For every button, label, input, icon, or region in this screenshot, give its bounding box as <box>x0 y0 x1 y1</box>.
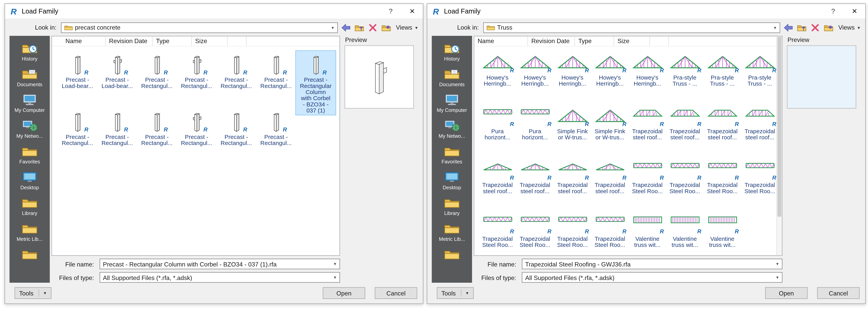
file-item[interactable]: RPura horizont... <box>479 106 516 142</box>
close-button[interactable]: ✕ <box>852 7 858 15</box>
up-one-level-button[interactable] <box>797 23 807 32</box>
file-item[interactable]: RTrapezoidal Steel Roo... <box>516 214 554 249</box>
title-bar[interactable]: R Load Family ? ✕ <box>427 4 865 19</box>
file-item[interactable]: RTrapezoidal Steel Roo... <box>666 160 704 195</box>
file-item[interactable]: RPra-style Truss - ... <box>704 52 741 88</box>
chevron-down-icon[interactable]: ▼ <box>328 26 337 29</box>
sidebar-item-my-computer[interactable]: My Computer <box>9 91 50 116</box>
help-button[interactable]: ? <box>831 7 835 15</box>
column-header-revision-date[interactable]: Revision Date <box>528 36 575 46</box>
sidebar-item-desktop[interactable]: Desktop <box>9 168 50 194</box>
sidebar-item-my-netwo[interactable]: My Netwo... <box>432 116 472 142</box>
file-item[interactable]: RPrecast - Rectangul... <box>256 108 296 147</box>
delete-button[interactable] <box>810 23 820 32</box>
file-item[interactable]: RValentine truss wit... <box>628 214 666 249</box>
column-header-revision-date[interactable]: Revision Date <box>106 36 153 46</box>
open-button[interactable]: Open <box>765 287 807 299</box>
file-item[interactable]: RHowey's Herringb... <box>591 52 628 88</box>
file-name-combobox[interactable]: Trapezoidal Steel Roofing - GWJ36.rfa ▼ <box>522 259 782 269</box>
file-item[interactable]: RValentine truss wit... <box>704 214 741 249</box>
sidebar-item-desktop[interactable]: Desktop <box>432 168 472 194</box>
up-one-level-button[interactable] <box>354 23 364 32</box>
sidebar-item-folder[interactable] <box>9 245 50 265</box>
back-button[interactable] <box>341 23 351 32</box>
file-item[interactable]: RTrapezoidal steel roof... <box>554 160 591 195</box>
file-item[interactable]: RTrapezoidal steel roof... <box>666 106 704 142</box>
file-item[interactable]: RPrecast - Rectangul... <box>217 51 256 90</box>
scrollbar-thumb[interactable] <box>777 37 781 217</box>
file-item[interactable]: RTrapezoidal steel roof... <box>516 160 554 195</box>
sidebar-item-favorites[interactable]: Favorites <box>432 142 472 168</box>
chevron-down-icon[interactable]: ▼ <box>773 276 782 279</box>
sidebar-item-my-netwo[interactable]: My Netwo... <box>9 116 50 142</box>
file-item[interactable]: RTrapezoidal steel roof... <box>591 160 628 195</box>
column-header-type[interactable]: Type <box>575 36 614 46</box>
sidebar-item-my-computer[interactable]: My Computer <box>432 91 472 116</box>
files-of-type-combobox[interactable]: All Supported Files (*.rfa, *.adsk) ▼ <box>100 272 340 283</box>
help-button[interactable]: ? <box>389 7 393 15</box>
sidebar-item-favorites[interactable]: Favorites <box>9 142 50 168</box>
file-item[interactable]: RPrecast - Rectangul... <box>177 51 217 90</box>
file-item-selected[interactable]: RPrecast - Rectangular Column with Corbe… <box>296 51 336 115</box>
tools-button[interactable]: Tools ▼ <box>14 287 52 299</box>
file-item[interactable]: RValentine truss wit... <box>666 214 704 249</box>
sidebar-item-documents[interactable]: Documents <box>432 65 472 90</box>
column-header-name[interactable]: Name <box>52 36 106 46</box>
sidebar-item-folder[interactable] <box>432 245 472 265</box>
file-item[interactable]: RPrecast - Rectangul... <box>137 51 177 90</box>
file-item[interactable]: RTrapezoidal steel roof... <box>741 106 778 142</box>
column-header-name[interactable]: Name <box>474 36 528 46</box>
sidebar-item-metric-lib[interactable]: Metric Lib... <box>432 220 472 245</box>
file-item[interactable]: RSimple Fink or W-trus... <box>554 106 591 142</box>
file-item[interactable]: RTrapezoidal Steel Roo... <box>704 160 741 195</box>
file-item[interactable]: RPrecast - Rectangul... <box>97 108 137 147</box>
views-dropdown[interactable]: Views ▼ <box>395 24 418 31</box>
file-item[interactable]: RHowey's Herringb... <box>628 52 666 88</box>
sidebar-item-history[interactable]: History <box>432 39 472 65</box>
sidebar-item-library[interactable]: Library <box>9 194 50 220</box>
column-header-size[interactable]: Size <box>614 36 650 46</box>
new-folder-button[interactable] <box>824 23 833 32</box>
chevron-down-icon[interactable]: ▼ <box>773 262 782 266</box>
file-item[interactable]: RTrapezoidal Steel Roo... <box>628 160 666 195</box>
file-item[interactable]: RTrapezoidal steel roof... <box>704 106 741 142</box>
file-item[interactable]: RTrapezoidal steel roof... <box>628 106 666 142</box>
file-item[interactable]: RTrapezoidal steel roof... <box>479 160 516 195</box>
open-button[interactable]: Open <box>322 287 365 299</box>
vertical-scrollbar[interactable] <box>776 36 782 255</box>
back-button[interactable] <box>783 23 793 32</box>
file-item[interactable]: RPrecast - Load-bear... <box>97 51 137 90</box>
views-dropdown[interactable]: Views ▼ <box>837 24 861 31</box>
file-item[interactable]: RPrecast - Load-bear... <box>58 51 97 90</box>
file-item[interactable]: RPrecast - Rectangul... <box>137 108 177 147</box>
file-name-combobox[interactable]: Precast - Rectangular Column with Corbel… <box>100 259 340 269</box>
file-item[interactable]: RSimple Fink or W-trus... <box>591 106 628 142</box>
file-item[interactable]: RPura horizont... <box>516 106 554 142</box>
look-in-combobox[interactable]: precast concrete ▼ <box>61 22 338 33</box>
file-item[interactable]: RPrecast - Rectangul... <box>58 108 97 147</box>
file-item[interactable]: RTrapezoidal Steel Roo... <box>554 214 591 249</box>
tools-button[interactable]: Tools ▼ <box>437 287 474 299</box>
sidebar-item-library[interactable]: Library <box>432 194 472 220</box>
file-item[interactable]: RHowey's Herringb... <box>554 52 591 88</box>
file-item[interactable]: RHowey's Herringb... <box>479 52 516 88</box>
new-folder-button[interactable] <box>381 23 391 32</box>
file-item[interactable]: RPra-style Truss - ... <box>666 52 704 88</box>
file-item[interactable]: RTrapezoidal Steel Roo... <box>741 160 778 195</box>
sidebar-item-documents[interactable]: Documents <box>9 65 50 90</box>
sidebar-item-history[interactable]: History <box>9 39 50 65</box>
file-item[interactable]: RPrecast - Rectangul... <box>256 51 296 90</box>
file-item[interactable]: RTrapezoidal Steel Roo... <box>479 214 516 249</box>
cancel-button[interactable]: Cancel <box>817 287 860 299</box>
chevron-down-icon[interactable]: ▼ <box>331 276 339 279</box>
file-item[interactable]: RPra-style Truss - ... <box>741 52 778 88</box>
column-header-size[interactable]: Size <box>192 36 228 46</box>
files-of-type-combobox[interactable]: All Supported Files (*.rfa, *.adsk) ▼ <box>522 272 782 283</box>
close-button[interactable]: ✕ <box>409 7 415 15</box>
file-item[interactable]: RPrecast - Rectangul... <box>217 108 256 147</box>
cancel-button[interactable]: Cancel <box>375 287 417 299</box>
delete-button[interactable] <box>368 23 378 32</box>
file-item[interactable]: RPrecast - Rectangul... <box>177 108 217 147</box>
chevron-down-icon[interactable]: ▼ <box>771 26 780 29</box>
file-item[interactable]: RTrapezoidal Steel Roo... <box>591 214 628 249</box>
